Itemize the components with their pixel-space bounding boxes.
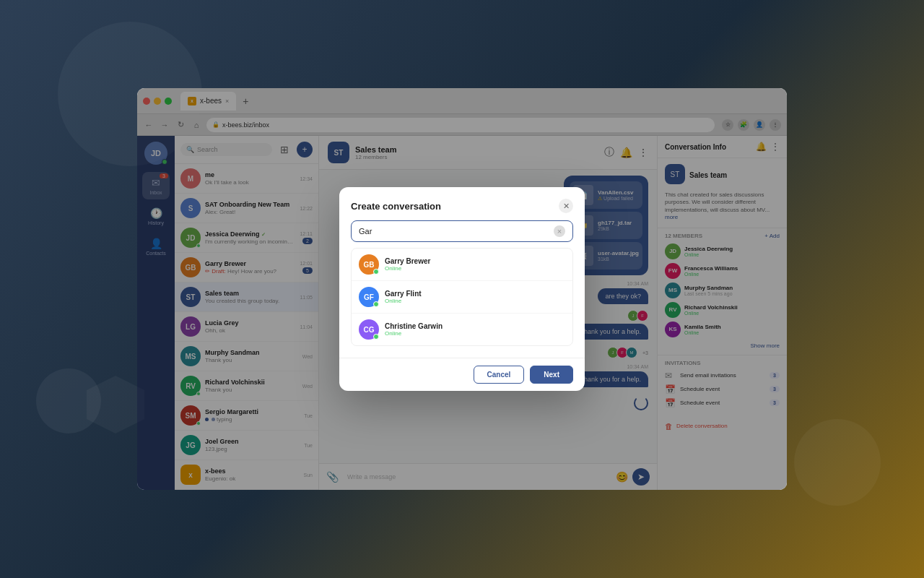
- modal-body: Gar × GB Garry Brewer Online: [339, 220, 585, 358]
- modal-overlay[interactable]: Create conversation ✕ Gar × GB Garry B: [137, 88, 787, 490]
- cancel-button[interactable]: Cancel: [474, 366, 525, 384]
- result-name-2: Garry Flint: [385, 290, 565, 298]
- next-button[interactable]: Next: [530, 366, 573, 384]
- result-info-2: Garry Flint Online: [385, 290, 565, 304]
- modal-title: Create conversation: [351, 201, 441, 212]
- modal-close-button[interactable]: ✕: [559, 199, 573, 213]
- create-conversation-modal: Create conversation ✕ Gar × GB Garry B: [339, 187, 585, 391]
- bg-decoration-3: [36, 368, 101, 434]
- result-status-3: Online: [385, 330, 565, 337]
- result-name-1: Garry Brewer: [385, 257, 565, 265]
- result-info-3: Christine Garwin Online: [385, 322, 565, 337]
- bg-decoration-2: [794, 419, 881, 506]
- modal-footer: Cancel Next: [339, 358, 585, 391]
- modal-results-list: GB Garry Brewer Online GF: [351, 248, 573, 346]
- modal-header: Create conversation ✕: [339, 187, 585, 220]
- result-item-2[interactable]: GF Garry Flint Online: [352, 281, 572, 314]
- result-name-3: Christine Garwin: [385, 322, 565, 330]
- result-status-1: Online: [385, 265, 565, 272]
- result-online-dot-3: [373, 334, 379, 340]
- result-online-dot-1: [373, 269, 379, 275]
- result-item-1[interactable]: GB Garry Brewer Online: [352, 249, 572, 281]
- result-info-1: Garry Brewer Online: [385, 257, 565, 272]
- modal-search-input[interactable]: Gar: [359, 227, 549, 236]
- modal-search-clear-button[interactable]: ×: [554, 225, 565, 237]
- result-avatar-3: CG: [359, 319, 379, 340]
- modal-search-box[interactable]: Gar ×: [351, 220, 573, 242]
- result-online-dot-2: [373, 301, 379, 307]
- result-status-2: Online: [385, 298, 565, 304]
- result-avatar-1: GB: [359, 254, 379, 275]
- result-item-3[interactable]: CG Christine Garwin Online: [352, 314, 572, 345]
- result-avatar-2: GF: [359, 287, 379, 307]
